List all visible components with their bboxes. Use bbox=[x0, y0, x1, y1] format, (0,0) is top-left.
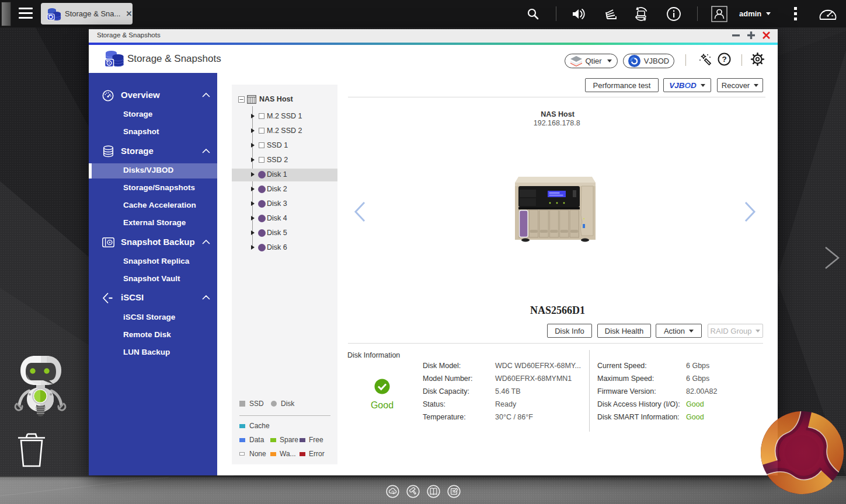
svg-text:?: ? bbox=[722, 55, 726, 64]
